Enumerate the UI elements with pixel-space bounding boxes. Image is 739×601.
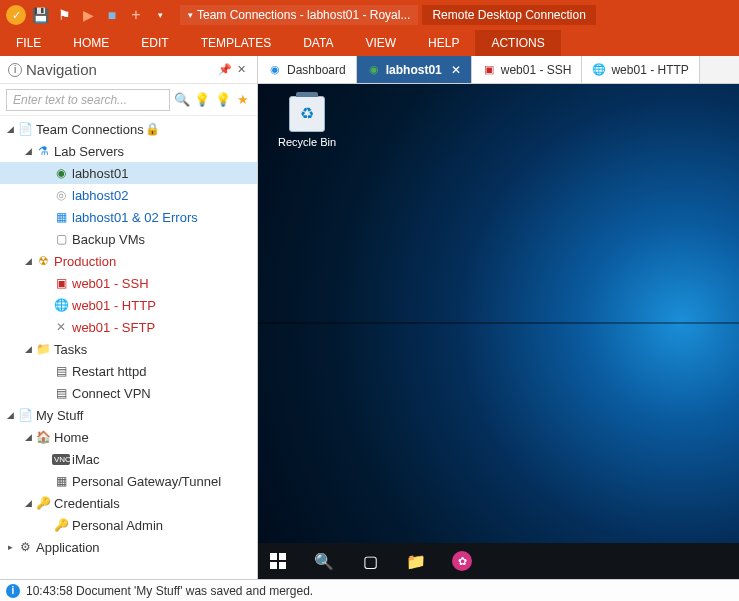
- play-icon[interactable]: ▶: [78, 5, 98, 25]
- node-restart-httpd[interactable]: ▤ Restart httpd: [0, 360, 257, 382]
- node-label: web01 - HTTP: [70, 298, 156, 313]
- bulb-yellow-icon[interactable]: 💡: [194, 90, 210, 110]
- expander-icon[interactable]: ▸: [4, 542, 16, 552]
- search-input[interactable]: [6, 89, 170, 111]
- menu-actions[interactable]: ACTIONS: [475, 30, 560, 56]
- remote-taskbar: 🔍 ▢ 📁 ✿: [258, 543, 739, 579]
- navigation-header: i Navigation 📌 ✕: [0, 56, 257, 84]
- node-label: Personal Admin: [70, 518, 163, 533]
- desktop-icon-recycle-bin[interactable]: Recycle Bin: [272, 96, 342, 148]
- menu-view[interactable]: VIEW: [349, 30, 412, 56]
- node-application[interactable]: ▸ ⚙ Application: [0, 536, 257, 558]
- task-view-icon[interactable]: ▢: [356, 547, 384, 575]
- dashboard-icon: ◉: [268, 63, 282, 77]
- node-web01-ssh[interactable]: ▣ web01 - SSH: [0, 272, 257, 294]
- tab-label: Dashboard: [287, 63, 346, 77]
- expander-icon[interactable]: ◢: [22, 146, 34, 156]
- flask-icon: ⚗: [34, 144, 52, 158]
- expander-icon[interactable]: ◢: [22, 256, 34, 266]
- node-my-stuff[interactable]: ◢ 📄 My Stuff: [0, 404, 257, 426]
- node-label: Production: [52, 254, 116, 269]
- node-web01-sftp[interactable]: ✕ web01 - SFTP: [0, 316, 257, 338]
- close-tab-icon[interactable]: ✕: [451, 63, 461, 77]
- taskbar-search-icon[interactable]: 🔍: [310, 547, 338, 575]
- expander-icon[interactable]: ◢: [4, 410, 16, 420]
- document-tabs: ◉ Dashboard ◉ labhost01 ✕ ▣ web01 - SSH …: [258, 56, 739, 84]
- node-label: Lab Servers: [52, 144, 124, 159]
- desktop-icon-label: Recycle Bin: [272, 136, 342, 148]
- tab-dashboard[interactable]: ◉ Dashboard: [258, 56, 357, 83]
- add-icon[interactable]: +: [126, 5, 146, 25]
- node-labhost02[interactable]: ◎ labhost02: [0, 184, 257, 206]
- node-labhost-errors[interactable]: ▦ labhost01 & 02 Errors: [0, 206, 257, 228]
- node-imac[interactable]: VNC iMac: [0, 448, 257, 470]
- star-icon[interactable]: ★: [235, 90, 251, 110]
- tab-web01-ssh[interactable]: ▣ web01 - SSH: [472, 56, 583, 83]
- node-label: Restart httpd: [70, 364, 146, 379]
- node-label: iMac: [70, 452, 99, 467]
- node-label: Application: [34, 540, 100, 555]
- status-message: 10:43:58 Document 'My Stuff' was saved a…: [26, 584, 313, 598]
- radiation-icon: ☢: [34, 254, 52, 268]
- node-tasks[interactable]: ◢ 📁 Tasks: [0, 338, 257, 360]
- node-label: Connect VPN: [70, 386, 151, 401]
- pinned-app-icon[interactable]: ✿: [448, 547, 476, 575]
- menu-home[interactable]: HOME: [57, 30, 125, 56]
- remote-desktop-view[interactable]: Recycle Bin 🔍 ▢ 📁 ✿: [258, 84, 739, 579]
- tab-label: web01 - SSH: [501, 63, 572, 77]
- menu-data[interactable]: DATA: [287, 30, 349, 56]
- node-label: Credentials: [52, 496, 120, 511]
- node-credentials[interactable]: ◢ 🔑 Credentials: [0, 492, 257, 514]
- qat-dropdown-icon[interactable]: ▾: [150, 5, 170, 25]
- node-connect-vpn[interactable]: ▤ Connect VPN: [0, 382, 257, 404]
- close-panel-icon[interactable]: ✕: [233, 63, 249, 76]
- file-explorer-icon[interactable]: 📁: [402, 547, 430, 575]
- node-label: My Stuff: [34, 408, 83, 423]
- node-gateway[interactable]: ▦ Personal Gateway/Tunnel: [0, 470, 257, 492]
- pin-icon[interactable]: 📌: [217, 63, 233, 76]
- status-bar: i 10:43:58 Document 'My Stuff' was saved…: [0, 579, 739, 601]
- node-production[interactable]: ◢ ☢ Production: [0, 250, 257, 272]
- expander-icon[interactable]: ◢: [22, 432, 34, 442]
- expander-icon[interactable]: ◢: [22, 498, 34, 508]
- node-backup-vms[interactable]: ▢ Backup VMs: [0, 228, 257, 250]
- menu-file[interactable]: FILE: [0, 30, 57, 56]
- dynamic-folder-icon: ▦: [52, 210, 70, 224]
- menu-edit[interactable]: EDIT: [125, 30, 184, 56]
- recycle-bin-icon: [289, 96, 325, 132]
- info-icon: i: [8, 63, 22, 77]
- node-personal-admin[interactable]: 🔑 Personal Admin: [0, 514, 257, 536]
- lock-icon: 🔒: [144, 122, 162, 136]
- tab-labhost01[interactable]: ◉ labhost01 ✕: [357, 56, 472, 83]
- app-icon[interactable]: ✓: [6, 5, 26, 25]
- save-icon[interactable]: 💾: [30, 5, 50, 25]
- svg-rect-0: [270, 553, 277, 560]
- node-web01-http[interactable]: 🌐 web01 - HTTP: [0, 294, 257, 316]
- stop-icon[interactable]: ■: [102, 5, 122, 25]
- navigation-panel: i Navigation 📌 ✕ 🔍 💡 💡 ★ ◢ 📄 Team Connec…: [0, 56, 258, 579]
- expander-icon[interactable]: ◢: [4, 124, 16, 134]
- node-home[interactable]: ◢ 🏠 Home: [0, 426, 257, 448]
- folder-icon: 📁: [34, 342, 52, 356]
- flag-icon[interactable]: ⚑: [54, 5, 74, 25]
- status-connected-icon: ◉: [52, 166, 70, 180]
- node-team-connections[interactable]: ◢ 📄 Team Connections 🔒: [0, 118, 257, 140]
- search-icon[interactable]: 🔍: [174, 90, 190, 110]
- document-dropdown[interactable]: ▾ Team Connections - labhost01 - Royal..…: [180, 5, 418, 25]
- start-button[interactable]: [264, 547, 292, 575]
- expander-icon[interactable]: ◢: [22, 344, 34, 354]
- key-icon: 🔑: [52, 518, 70, 532]
- search-row: 🔍 💡 💡 ★: [0, 84, 257, 116]
- node-label: labhost02: [70, 188, 128, 203]
- chevron-down-icon: ▾: [188, 10, 193, 20]
- tab-web01-http[interactable]: 🌐 web01 - HTTP: [582, 56, 699, 83]
- context-tab[interactable]: Remote Desktop Connection: [422, 5, 595, 25]
- menu-help[interactable]: HELP: [412, 30, 475, 56]
- node-lab-servers[interactable]: ◢ ⚗ Lab Servers: [0, 140, 257, 162]
- globe-icon: 🌐: [592, 63, 606, 77]
- menu-templates[interactable]: TEMPLATES: [185, 30, 287, 56]
- tab-label: web01 - HTTP: [611, 63, 688, 77]
- node-labhost01[interactable]: ◉ labhost01: [0, 162, 257, 184]
- bulb-grey-icon[interactable]: 💡: [215, 90, 231, 110]
- status-connected-icon: ◉: [367, 63, 381, 77]
